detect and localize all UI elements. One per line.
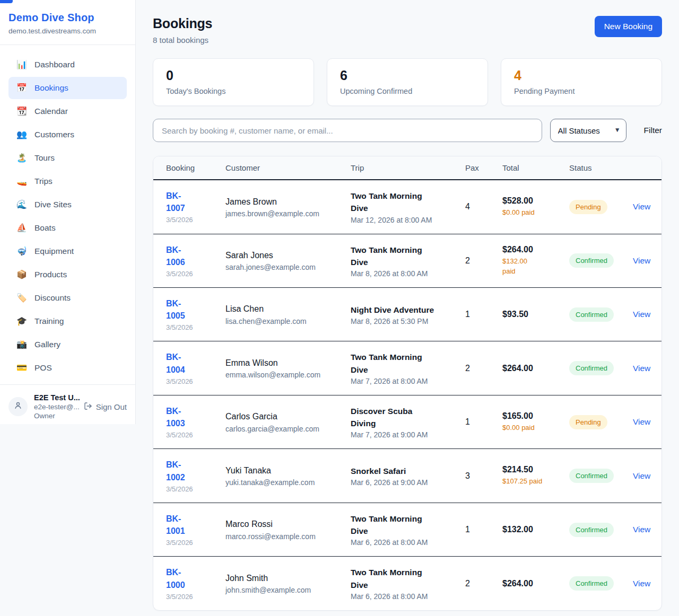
booking-id-link[interactable]: BK- 1006 [166, 244, 185, 268]
filter-button[interactable]: Filter [644, 126, 662, 135]
stat-card: 4 Pending Payment [501, 58, 662, 106]
view-link[interactable]: View [633, 202, 650, 212]
sidebar-item-bookings[interactable]: 📅 Bookings [8, 77, 127, 99]
stat-value: 6 [340, 68, 475, 83]
view-link[interactable]: View [633, 525, 650, 534]
customer-cell: Emma Wilson emma.wilson@example.com [213, 341, 338, 395]
trip-datetime: Mar 7, 2026 at 9:00 AM [351, 430, 440, 439]
booking-id-link[interactable]: BK-1007 [166, 190, 200, 214]
sidebar-item-dashboard[interactable]: 📊 Dashboard [8, 54, 127, 76]
booking-cell: BK- 1005 3/5/2026 [153, 288, 213, 341]
paid-amount: $132.00 paid [502, 257, 544, 277]
sidebar-item-discounts[interactable]: 🏷️ Discounts [8, 287, 127, 309]
nav-icon: 🏝️ [16, 154, 28, 162]
customer-cell: Lisa Chen lisa.chen@example.com [213, 288, 338, 341]
booking-id-link[interactable]: BK- 1005 [166, 297, 185, 322]
sidebar-item-label: Dive Sites [34, 200, 72, 209]
view-link[interactable]: View [633, 256, 650, 266]
controls-row: All Statuses ▼ Filter [153, 119, 662, 142]
booking-cell: BK-1007 3/5/2026 [153, 180, 213, 234]
stat-card: 6 Upcoming Confirmed [327, 58, 488, 106]
view-cell: View [620, 234, 662, 288]
column-header: Status [556, 156, 620, 180]
total-cell: $165.00 $0.00 paid [490, 395, 556, 449]
brand-block: Demo Dive Shop demo.test.divestreams.com [0, 0, 135, 45]
nav-icon: 💳 [16, 364, 28, 372]
pax-cell: 2 [452, 234, 490, 288]
table-header-row: BookingCustomerTripPaxTotalStatus [153, 156, 662, 180]
trip-name: Two Tank Morning Dive [351, 190, 440, 215]
sign-out-button[interactable]: Sign Out [84, 402, 127, 412]
status-cell: Confirmed [556, 449, 620, 503]
customer-name: Lisa Chen [225, 303, 325, 315]
shop-domain: demo.test.divestreams.com [8, 27, 127, 35]
pax-value: 1 [465, 310, 470, 319]
view-link[interactable]: View [633, 310, 650, 319]
total-amount: $528.00 [502, 196, 544, 206]
booking-id-link[interactable]: BK-1001 [166, 513, 200, 537]
total-amount: $214.50 [502, 465, 544, 474]
view-cell: View [620, 341, 662, 395]
table-row: BK-1007 3/5/2026 James Brown james.brown… [153, 180, 662, 234]
nav-icon: 👥 [16, 130, 28, 139]
page-subtitle: 8 total bookings [153, 36, 212, 45]
sidebar-item-label: Discounts [34, 293, 71, 303]
new-booking-button[interactable]: New Booking [595, 16, 662, 37]
trip-datetime: Mar 6, 2026 at 8:00 AM [351, 592, 440, 601]
customer-cell: Sarah Jones sarah.jones@example.com [213, 234, 338, 288]
trip-datetime: Mar 12, 2026 at 8:00 AM [351, 216, 440, 224]
sidebar-item-label: Dashboard [34, 60, 75, 69]
trip-cell: Snorkel Safari Mar 6, 2026 at 9:00 AM [338, 449, 452, 503]
nav-icon: 🏷️ [16, 294, 28, 302]
sidebar-item-products[interactable]: 📦 Products [8, 263, 127, 286]
sidebar-item-pos[interactable]: 💳 POS [8, 357, 127, 379]
sidebar-item-equipment[interactable]: 🤿 Equipment [8, 240, 127, 262]
sidebar-item-training[interactable]: 🎓 Training [8, 310, 127, 332]
trip-name: Two Tank Morning Dive [351, 513, 440, 538]
column-header: Booking [153, 156, 213, 180]
trip-name: Two Tank Morning Dive [351, 351, 440, 376]
trip-datetime: Mar 7, 2026 at 8:00 AM [351, 377, 440, 385]
booking-id-link[interactable]: BK- 1000 [166, 566, 185, 591]
bookings-tbody: BK-1007 3/5/2026 James Brown james.brown… [153, 180, 662, 610]
booking-id-link[interactable]: BK- 1002 [166, 459, 185, 483]
sidebar-item-dive-sites[interactable]: 🌊 Dive Sites [8, 193, 127, 216]
sidebar-item-trips[interactable]: 🚤 Trips [8, 170, 127, 192]
view-link[interactable]: View [633, 579, 650, 588]
table-row: BK- 1004 3/5/2026 Emma Wilson emma.wilso… [153, 341, 662, 395]
total-cell: $93.50 [490, 288, 556, 341]
sidebar-item-label: Products [34, 270, 67, 279]
user-footer: E2E Test U... e2e-tester@... Owner Sign … [0, 384, 135, 428]
booking-id-link[interactable]: BK- 1004 [166, 351, 185, 375]
status-cell: Confirmed [556, 557, 620, 610]
sidebar-item-customers[interactable]: 👥 Customers [8, 124, 127, 146]
sidebar-item-calendar[interactable]: 📆 Calendar [8, 100, 127, 122]
customer-email: john.smith@example.com [225, 586, 325, 594]
trip-cell: Discover Scuba Diving Mar 7, 2026 at 9:0… [338, 395, 452, 449]
status-badge: Pending [569, 200, 607, 214]
shop-name: Demo Dive Shop [8, 12, 127, 24]
sidebar-item-gallery[interactable]: 📸 Gallery [8, 333, 127, 356]
customer-cell: James Brown james.brown@example.com [213, 180, 338, 234]
pax-cell: 3 [452, 449, 490, 503]
trip-datetime: Mar 8, 2026 at 8:00 AM [351, 269, 440, 278]
pax-value: 4 [465, 202, 470, 211]
view-link[interactable]: View [633, 364, 650, 373]
status-filter-select[interactable]: All Statuses [550, 119, 626, 142]
total-cell: $528.00 $0.00 paid [490, 180, 556, 234]
customer-cell: Marco Rossi marco.rossi@example.com [213, 503, 338, 557]
status-cell: Confirmed [556, 503, 620, 557]
sidebar-item-label: Calendar [34, 107, 68, 116]
view-link[interactable]: View [633, 417, 650, 427]
view-link[interactable]: View [633, 471, 650, 481]
booking-date: 3/5/2026 [166, 323, 200, 331]
column-header [620, 156, 662, 180]
view-cell: View [620, 449, 662, 503]
booking-id-link[interactable]: BK- 1003 [166, 405, 185, 429]
booking-date: 3/5/2026 [166, 216, 200, 224]
search-input[interactable] [153, 119, 542, 142]
sidebar-item-tours[interactable]: 🏝️ Tours [8, 147, 127, 169]
sidebar-item-boats[interactable]: ⛵ Boats [8, 217, 127, 239]
sidebar-item-label: POS [34, 363, 52, 373]
booking-cell: BK-1001 3/5/2026 [153, 503, 213, 557]
